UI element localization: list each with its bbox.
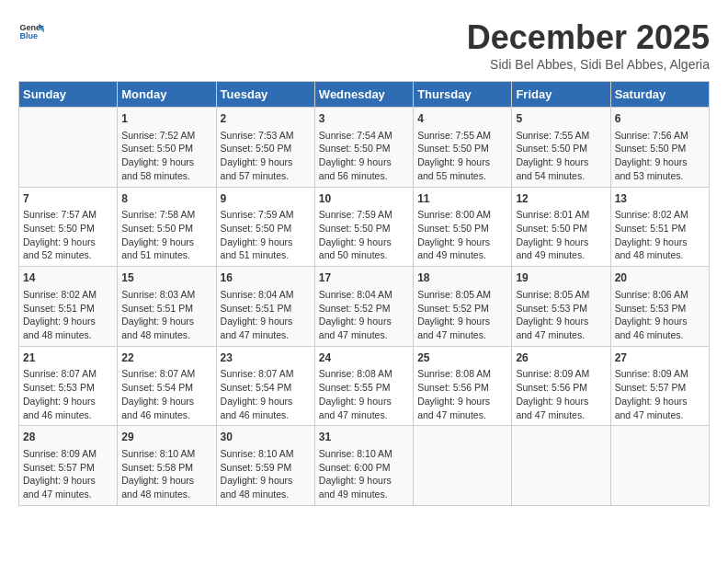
calendar-cell (512, 426, 610, 506)
day-number: 24 (319, 350, 409, 366)
calendar-cell: 9Sunrise: 7:59 AM Sunset: 5:50 PM Daylig… (216, 187, 314, 267)
header-wednesday: Wednesday (314, 82, 413, 108)
page-title: December 2025 (467, 18, 710, 57)
calendar-cell (19, 108, 118, 188)
day-number: 20 (615, 270, 705, 286)
cell-info: Sunrise: 8:09 AM Sunset: 5:57 PM Dayligh… (23, 447, 113, 501)
cell-info: Sunrise: 8:02 AM Sunset: 5:51 PM Dayligh… (615, 208, 705, 262)
cell-info: Sunrise: 7:59 AM Sunset: 5:50 PM Dayligh… (221, 208, 311, 262)
calendar-week-row: 7Sunrise: 7:57 AM Sunset: 5:50 PM Daylig… (19, 187, 710, 267)
header-thursday: Thursday (414, 82, 512, 108)
day-number: 11 (417, 191, 507, 207)
day-number: 3 (319, 111, 409, 127)
cell-info: Sunrise: 8:04 AM Sunset: 5:51 PM Dayligh… (221, 288, 311, 342)
day-number: 16 (221, 270, 311, 286)
header-sunday: Sunday (19, 82, 118, 108)
calendar-cell: 15Sunrise: 8:03 AM Sunset: 5:51 PM Dayli… (118, 267, 216, 347)
calendar-cell: 20Sunrise: 8:06 AM Sunset: 5:53 PM Dayli… (610, 267, 709, 347)
day-number: 13 (615, 191, 705, 207)
cell-info: Sunrise: 7:53 AM Sunset: 5:50 PM Dayligh… (221, 129, 311, 183)
calendar-cell: 12Sunrise: 8:01 AM Sunset: 5:50 PM Dayli… (512, 187, 610, 267)
logo: General Blue (18, 18, 44, 44)
cell-info: Sunrise: 8:02 AM Sunset: 5:51 PM Dayligh… (23, 288, 113, 342)
cell-info: Sunrise: 8:04 AM Sunset: 5:52 PM Dayligh… (319, 288, 409, 342)
cell-info: Sunrise: 8:05 AM Sunset: 5:53 PM Dayligh… (516, 288, 606, 342)
calendar-week-row: 28Sunrise: 8:09 AM Sunset: 5:57 PM Dayli… (19, 426, 710, 506)
calendar-cell: 8Sunrise: 7:58 AM Sunset: 5:50 PM Daylig… (118, 187, 216, 267)
day-number: 30 (221, 430, 311, 445)
calendar-cell: 17Sunrise: 8:04 AM Sunset: 5:52 PM Dayli… (314, 267, 413, 347)
calendar-cell: 1Sunrise: 7:52 AM Sunset: 5:50 PM Daylig… (118, 108, 216, 188)
cell-info: Sunrise: 8:07 AM Sunset: 5:54 PM Dayligh… (221, 367, 311, 421)
cell-info: Sunrise: 8:06 AM Sunset: 5:53 PM Dayligh… (615, 288, 705, 342)
logo-icon: General Blue (18, 18, 44, 44)
cell-info: Sunrise: 8:10 AM Sunset: 5:59 PM Dayligh… (221, 447, 311, 501)
cell-info: Sunrise: 8:00 AM Sunset: 5:50 PM Dayligh… (417, 208, 507, 262)
day-number: 23 (221, 350, 311, 366)
day-number: 14 (23, 270, 113, 286)
calendar-cell (610, 426, 709, 506)
day-number: 6 (615, 111, 705, 127)
calendar-cell: 25Sunrise: 8:08 AM Sunset: 5:56 PM Dayli… (414, 346, 512, 426)
day-number: 1 (121, 111, 211, 127)
cell-info: Sunrise: 7:59 AM Sunset: 5:50 PM Dayligh… (319, 208, 409, 262)
cell-info: Sunrise: 7:52 AM Sunset: 5:50 PM Dayligh… (121, 129, 211, 183)
calendar-cell: 21Sunrise: 8:07 AM Sunset: 5:53 PM Dayli… (19, 346, 118, 426)
cell-info: Sunrise: 8:08 AM Sunset: 5:56 PM Dayligh… (417, 367, 507, 421)
calendar-cell: 23Sunrise: 8:07 AM Sunset: 5:54 PM Dayli… (216, 346, 314, 426)
calendar-cell: 30Sunrise: 8:10 AM Sunset: 5:59 PM Dayli… (216, 426, 314, 506)
day-number: 28 (23, 430, 113, 445)
cell-info: Sunrise: 8:10 AM Sunset: 5:58 PM Dayligh… (121, 447, 211, 501)
calendar-cell: 6Sunrise: 7:56 AM Sunset: 5:50 PM Daylig… (610, 108, 709, 188)
svg-text:Blue: Blue (19, 31, 38, 40)
calendar-cell: 18Sunrise: 8:05 AM Sunset: 5:52 PM Dayli… (414, 267, 512, 347)
calendar-cell: 28Sunrise: 8:09 AM Sunset: 5:57 PM Dayli… (19, 426, 118, 506)
calendar-cell: 2Sunrise: 7:53 AM Sunset: 5:50 PM Daylig… (216, 108, 314, 188)
calendar-cell: 11Sunrise: 8:00 AM Sunset: 5:50 PM Dayli… (414, 187, 512, 267)
day-number: 12 (516, 191, 606, 207)
day-number: 5 (516, 111, 606, 127)
calendar-cell: 13Sunrise: 8:02 AM Sunset: 5:51 PM Dayli… (610, 187, 709, 267)
calendar-cell: 19Sunrise: 8:05 AM Sunset: 5:53 PM Dayli… (512, 267, 610, 347)
day-number: 22 (121, 350, 211, 366)
cell-info: Sunrise: 7:54 AM Sunset: 5:50 PM Dayligh… (319, 129, 409, 183)
cell-info: Sunrise: 8:03 AM Sunset: 5:51 PM Dayligh… (121, 288, 211, 342)
day-number: 10 (319, 191, 409, 207)
header-tuesday: Tuesday (216, 82, 314, 108)
calendar-cell: 29Sunrise: 8:10 AM Sunset: 5:58 PM Dayli… (118, 426, 216, 506)
title-section: December 2025 Sidi Bel Abbes, Sidi Bel A… (467, 18, 710, 72)
calendar-week-row: 14Sunrise: 8:02 AM Sunset: 5:51 PM Dayli… (19, 267, 710, 347)
calendar-table: SundayMondayTuesdayWednesdayThursdayFrid… (18, 81, 710, 506)
calendar-week-row: 21Sunrise: 8:07 AM Sunset: 5:53 PM Dayli… (19, 346, 710, 426)
cell-info: Sunrise: 8:01 AM Sunset: 5:50 PM Dayligh… (516, 208, 606, 262)
day-number: 9 (221, 191, 311, 207)
day-number: 4 (417, 111, 507, 127)
calendar-cell: 24Sunrise: 8:08 AM Sunset: 5:55 PM Dayli… (314, 346, 413, 426)
cell-info: Sunrise: 8:07 AM Sunset: 5:53 PM Dayligh… (23, 367, 113, 421)
page-header: General Blue December 2025 Sidi Bel Abbe… (18, 18, 710, 72)
day-number: 18 (417, 270, 507, 286)
cell-info: Sunrise: 8:10 AM Sunset: 6:00 PM Dayligh… (319, 447, 409, 501)
calendar-header-row: SundayMondayTuesdayWednesdayThursdayFrid… (19, 82, 710, 108)
cell-info: Sunrise: 8:09 AM Sunset: 5:57 PM Dayligh… (615, 367, 705, 421)
cell-info: Sunrise: 8:07 AM Sunset: 5:54 PM Dayligh… (121, 367, 211, 421)
cell-info: Sunrise: 8:09 AM Sunset: 5:56 PM Dayligh… (516, 367, 606, 421)
day-number: 2 (221, 111, 311, 127)
calendar-cell: 26Sunrise: 8:09 AM Sunset: 5:56 PM Dayli… (512, 346, 610, 426)
header-friday: Friday (512, 82, 610, 108)
day-number: 29 (121, 430, 211, 445)
calendar-cell: 10Sunrise: 7:59 AM Sunset: 5:50 PM Dayli… (314, 187, 413, 267)
calendar-cell: 5Sunrise: 7:55 AM Sunset: 5:50 PM Daylig… (512, 108, 610, 188)
cell-info: Sunrise: 7:55 AM Sunset: 5:50 PM Dayligh… (417, 129, 507, 183)
day-number: 31 (319, 430, 409, 445)
cell-info: Sunrise: 8:05 AM Sunset: 5:52 PM Dayligh… (417, 288, 507, 342)
cell-info: Sunrise: 8:08 AM Sunset: 5:55 PM Dayligh… (319, 367, 409, 421)
header-saturday: Saturday (610, 82, 709, 108)
calendar-cell: 31Sunrise: 8:10 AM Sunset: 6:00 PM Dayli… (314, 426, 413, 506)
calendar-cell: 4Sunrise: 7:55 AM Sunset: 5:50 PM Daylig… (414, 108, 512, 188)
cell-info: Sunrise: 7:56 AM Sunset: 5:50 PM Dayligh… (615, 129, 705, 183)
calendar-cell: 16Sunrise: 8:04 AM Sunset: 5:51 PM Dayli… (216, 267, 314, 347)
day-number: 21 (23, 350, 113, 366)
calendar-cell: 7Sunrise: 7:57 AM Sunset: 5:50 PM Daylig… (19, 187, 118, 267)
cell-info: Sunrise: 7:58 AM Sunset: 5:50 PM Dayligh… (121, 208, 211, 262)
